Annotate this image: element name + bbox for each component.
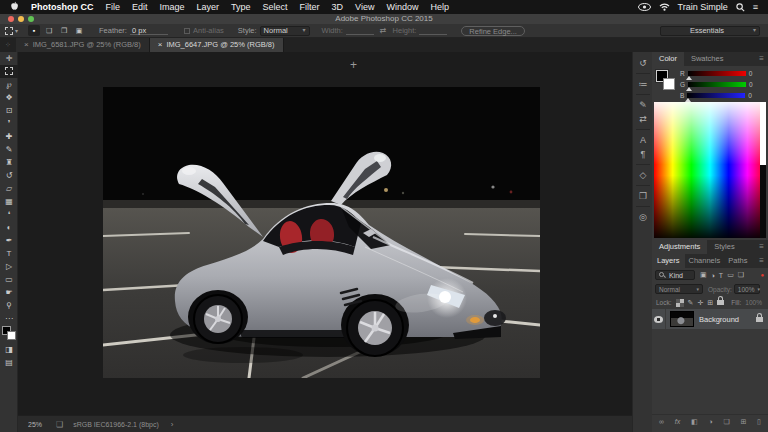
brushes-panel-icon[interactable]: ✎: [633, 98, 653, 112]
swap-dimensions-icon[interactable]: ⇄: [380, 26, 387, 35]
menubar-user-text[interactable]: Train Simple: [678, 2, 728, 12]
width-input[interactable]: [346, 26, 374, 35]
lock-paint-icon[interactable]: ✎: [688, 299, 694, 307]
tab-channels[interactable]: Channels: [685, 254, 725, 268]
close-icon[interactable]: ×: [24, 38, 29, 52]
eyedropper-tool[interactable]: ❜: [0, 117, 18, 130]
canvas-pasteboard[interactable]: +: [18, 52, 632, 415]
menu-app-name[interactable]: Photoshop CC: [25, 2, 100, 12]
zoom-level-field[interactable]: 25%: [28, 421, 42, 428]
layer-thumbnail[interactable]: [670, 311, 694, 327]
blur-tool[interactable]: ❛: [0, 208, 18, 221]
lock-artboard-icon[interactable]: ⊞: [707, 299, 713, 307]
layer-mask-button[interactable]: ◧: [691, 418, 698, 426]
record-status-icon[interactable]: [638, 3, 651, 11]
brush-tool[interactable]: ✎: [0, 143, 18, 156]
tab-layers[interactable]: Layers: [652, 254, 685, 268]
background-color-swatch[interactable]: [663, 78, 675, 90]
menu-file[interactable]: File: [100, 2, 127, 12]
panel-menu-icon[interactable]: ≡: [759, 240, 768, 254]
rectangle-tool[interactable]: ▭: [0, 273, 18, 286]
eye-icon[interactable]: [654, 316, 663, 323]
menu-window[interactable]: Window: [380, 2, 424, 12]
tab-img-6647[interactable]: × IMG_6647.JPG @ 25% (RGB/8): [150, 38, 284, 52]
type-tool[interactable]: T: [0, 247, 18, 260]
new-group-button[interactable]: ❏: [723, 418, 729, 426]
dodge-tool[interactable]: ◐: [0, 221, 18, 234]
screen-mode-button[interactable]: ▤: [0, 356, 18, 369]
spectrum-white-strip[interactable]: [760, 102, 766, 165]
tab-swatches[interactable]: Swatches: [684, 52, 731, 66]
filter-type-icon[interactable]: T: [719, 272, 723, 279]
apple-menu[interactable]: [0, 1, 25, 13]
blue-slider[interactable]: [687, 93, 745, 98]
tab-img-6581[interactable]: × IMG_6581.JPG @ 25% (RGB/8): [16, 38, 150, 52]
status-options-chevron[interactable]: ›: [171, 420, 174, 429]
menu-type[interactable]: Type: [225, 2, 257, 12]
blue-value[interactable]: 0: [748, 92, 752, 99]
background-color-swatch[interactable]: [7, 331, 16, 340]
foreground-background-swatches[interactable]: [0, 325, 18, 343]
properties-panel-icon[interactable]: ≔: [633, 77, 653, 91]
fill-value[interactable]: 100%: [745, 299, 762, 306]
filter-pixel-icon[interactable]: ▣: [700, 271, 707, 279]
opacity-field[interactable]: 100% ▾: [734, 284, 760, 294]
anti-alias-checkbox[interactable]: Anti-alias: [184, 26, 224, 35]
tab-adjustments[interactable]: Adjustments: [652, 240, 707, 254]
tool-preset-picker[interactable]: ▾: [5, 27, 18, 35]
red-value[interactable]: 0: [749, 70, 753, 77]
layer-filter-select[interactable]: Kind: [655, 270, 695, 280]
green-slider[interactable]: [688, 82, 746, 87]
intersect-selection-button[interactable]: ▣: [73, 25, 85, 36]
link-layers-button[interactable]: ∞: [659, 418, 664, 425]
menu-3d[interactable]: 3D: [326, 2, 350, 12]
spot-healing-tool[interactable]: ✚: [0, 130, 18, 143]
eraser-tool[interactable]: ▱: [0, 182, 18, 195]
tab-color[interactable]: Color: [652, 52, 684, 66]
wifi-icon[interactable]: [659, 3, 670, 11]
filter-smart-object-icon[interactable]: ❏: [738, 271, 744, 279]
move-tool[interactable]: ✛: [0, 52, 18, 65]
background-lock-icon[interactable]: [756, 317, 763, 322]
delete-layer-button[interactable]: ▯: [757, 418, 761, 426]
height-input[interactable]: [419, 26, 447, 35]
zoom-tool[interactable]: ⚲: [0, 299, 18, 312]
menu-layer[interactable]: Layer: [191, 2, 226, 12]
filter-adjustment-icon[interactable]: ◑: [711, 272, 715, 279]
tab-styles[interactable]: Styles: [707, 240, 741, 254]
feather-input[interactable]: 0 px: [130, 26, 168, 35]
filter-toggle-icon[interactable]: ●: [760, 272, 764, 278]
spotlight-search-icon[interactable]: [736, 3, 745, 12]
menu-select[interactable]: Select: [257, 2, 294, 12]
character-panel-icon[interactable]: A: [633, 133, 653, 147]
history-brush-tool[interactable]: ↺: [0, 169, 18, 182]
paragraph-panel-icon[interactable]: ¶: [633, 147, 653, 161]
add-to-selection-button[interactable]: ❑: [43, 25, 55, 36]
refine-edge-button[interactable]: Refine Edge...: [461, 26, 525, 36]
close-icon[interactable]: ×: [158, 38, 163, 52]
workspace-select[interactable]: Essentials ▾: [660, 26, 760, 36]
menu-help[interactable]: Help: [424, 2, 455, 12]
red-slider[interactable]: [688, 71, 746, 76]
color-swatch-pair[interactable]: [656, 70, 676, 96]
panel-menu-icon[interactable]: ≡: [759, 52, 768, 66]
lock-all-icon[interactable]: [717, 300, 724, 305]
crop-tool[interactable]: ⊡: [0, 104, 18, 117]
subtract-from-selection-button[interactable]: ❒: [58, 25, 70, 36]
history-panel-icon[interactable]: ↺: [633, 56, 653, 70]
panel-menu-icon[interactable]: ≡: [759, 254, 768, 268]
visibility-cell[interactable]: [652, 309, 666, 329]
path-selection-tool[interactable]: ▷: [0, 260, 18, 273]
menu-filter[interactable]: Filter: [294, 2, 326, 12]
menu-view[interactable]: View: [349, 2, 380, 12]
quick-mask-button[interactable]: ◨: [0, 343, 18, 356]
layer-style-button[interactable]: fx: [675, 418, 680, 425]
lock-position-icon[interactable]: ✛: [697, 299, 703, 307]
edit-toolbar-button[interactable]: ⋯: [0, 312, 18, 325]
tab-paths[interactable]: Paths: [724, 254, 751, 268]
clone-stamp-tool[interactable]: ♜: [0, 156, 18, 169]
rectangular-marquee-tool[interactable]: [0, 65, 18, 78]
3d-panel-icon[interactable]: ◇: [633, 168, 653, 182]
new-layer-button[interactable]: ⊞: [740, 418, 746, 426]
clone-source-panel-icon[interactable]: ⇄: [633, 112, 653, 126]
